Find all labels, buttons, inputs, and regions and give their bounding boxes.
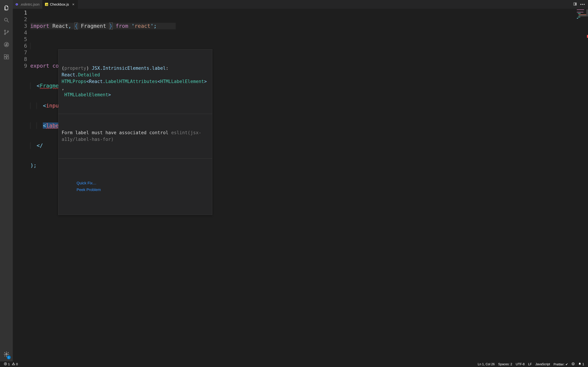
peek-problem-link[interactable]: Peek Problem	[77, 188, 101, 192]
svg-point-18	[573, 364, 574, 364]
no-bug-icon	[3, 42, 9, 48]
status-prettier[interactable]: Prettier: ✔	[552, 362, 570, 366]
hover-message: Form label must have associated control …	[59, 127, 212, 145]
svg-point-9	[6, 354, 7, 355]
status-eol[interactable]: LF	[526, 362, 534, 366]
close-icon[interactable]	[72, 3, 75, 6]
error-icon	[4, 362, 7, 366]
editor-area: .eslintrc.json JS Checkbox.js •••	[13, 0, 588, 361]
explorer-tab[interactable]	[0, 2, 13, 14]
svg-point-17	[573, 364, 573, 364]
debug-tab[interactable]	[0, 39, 13, 51]
status-encoding[interactable]: UTF-8	[514, 362, 526, 366]
code-line: import React, { Fragment } from 'react';	[30, 23, 176, 29]
extensions-tab[interactable]	[0, 51, 13, 63]
branch-icon	[3, 29, 9, 36]
svg-rect-6	[4, 57, 6, 59]
code-content[interactable]: import React, { Fragment } from 'react';…	[30, 9, 176, 361]
settings-badge: 1	[7, 355, 11, 359]
search-icon	[3, 17, 9, 24]
svg-point-0	[4, 18, 7, 21]
editor-actions: •••	[570, 0, 588, 9]
hover-tooltip: (property) JSX.IntrinsicElements.label: …	[58, 49, 212, 215]
files-icon	[3, 5, 9, 12]
app-root: 1 .eslintrc.json JS Checkbox.js	[0, 0, 588, 367]
status-notifications[interactable]: 1	[576, 362, 586, 366]
status-feedback[interactable]	[570, 362, 576, 366]
line-gutter: 1 2 3 4 5 6 7 8 9	[13, 9, 30, 361]
status-bar: 1 0 Ln 1, Col 26 Spaces: 2 UTF-8 LF Java…	[0, 361, 588, 367]
svg-rect-14	[575, 3, 576, 5]
js-icon: JS	[45, 3, 48, 6]
settings-button[interactable]: 1	[0, 349, 13, 361]
top-region: 1 .eslintrc.json JS Checkbox.js	[0, 0, 588, 361]
eslint-icon	[15, 3, 18, 6]
svg-rect-5	[4, 55, 6, 57]
code-line	[30, 43, 176, 49]
svg-point-3	[7, 31, 9, 32]
minimap[interactable]	[577, 9, 586, 79]
quick-fix-link[interactable]: Quick Fix…	[77, 181, 97, 185]
tab-bar: .eslintrc.json JS Checkbox.js •••	[13, 0, 588, 9]
tab-label: .eslintrc.json	[20, 2, 40, 7]
status-language[interactable]: JavaScript	[534, 362, 552, 366]
status-ln-col[interactable]: Ln 1, Col 26	[476, 362, 496, 366]
svg-rect-7	[7, 57, 9, 59]
svg-rect-8	[7, 55, 9, 57]
tab-eslintrc[interactable]: .eslintrc.json	[13, 0, 43, 9]
smiley-icon	[571, 362, 575, 366]
split-editor-icon[interactable]	[573, 2, 577, 7]
svg-point-2	[4, 33, 6, 35]
search-tab[interactable]	[0, 14, 13, 26]
status-problems[interactable]: 1 0	[2, 362, 20, 366]
tab-label: Checkbox.js	[50, 2, 69, 7]
vertical-scrollbar[interactable]	[586, 9, 588, 17]
activity-bar: 1	[0, 0, 13, 361]
error-marker[interactable]	[587, 35, 588, 38]
more-actions-icon[interactable]: •••	[580, 2, 585, 7]
tabs-spacer	[78, 0, 570, 9]
divider	[59, 158, 212, 158]
tab-checkbox[interactable]: JS Checkbox.js	[43, 0, 78, 9]
svg-point-16	[572, 363, 575, 365]
hover-actions: Quick Fix… Peek Problem	[59, 172, 212, 201]
svg-point-1	[4, 30, 6, 31]
hover-signature: (property) JSX.IntrinsicElements.label: …	[59, 63, 212, 100]
warning-icon	[12, 362, 15, 366]
extensions-icon	[3, 54, 9, 60]
editor-body[interactable]: 1 2 3 4 5 6 7 8 9 import React, { Fragme…	[13, 9, 588, 361]
status-spaces[interactable]: Spaces: 2	[496, 362, 514, 366]
scm-tab[interactable]	[0, 26, 13, 39]
bell-icon	[578, 362, 581, 366]
